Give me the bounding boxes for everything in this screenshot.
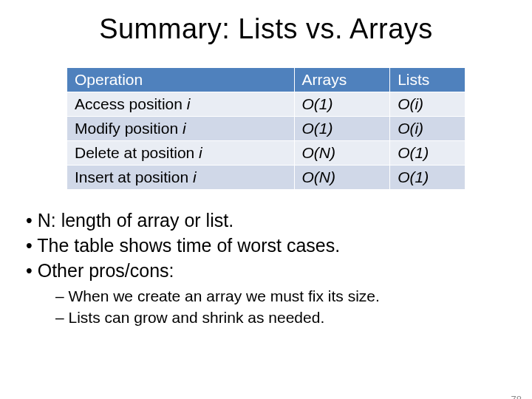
cell-arrays: O(1) [294, 92, 390, 117]
cell-lists: O(i) [390, 92, 466, 117]
cell-arrays: O(1) [294, 117, 390, 141]
col-arrays: Arrays [294, 68, 390, 92]
cell-lists: O(i) [390, 117, 466, 141]
slide: Summary: Lists vs. Arrays Operation Arra… [0, 13, 532, 399]
sub-bullet-item: When we create an array we must fix its … [55, 286, 532, 307]
cell-operation: Delete at position i [67, 141, 295, 166]
page-number: 78 [511, 394, 522, 399]
table-row: Insert at position i O(N) O(1) [67, 166, 466, 190]
table-row: Delete at position i O(N) O(1) [67, 141, 466, 166]
bullet-item: N: length of array or list. [26, 208, 532, 233]
cell-operation: Insert at position i [67, 166, 295, 190]
cell-lists: O(1) [390, 141, 466, 166]
comparison-table: Operation Arrays Lists Access position i… [66, 67, 466, 190]
cell-arrays: O(N) [294, 166, 390, 190]
bullet-item: The table shows time of worst cases. [26, 233, 532, 259]
cell-lists: O(1) [390, 166, 466, 190]
bullet-list: N: length of array or list. The table sh… [26, 208, 532, 328]
slide-title: Summary: Lists vs. Arrays [0, 13, 532, 45]
table-header-row: Operation Arrays Lists [67, 68, 466, 92]
cell-arrays: O(N) [294, 141, 390, 166]
cell-operation: Access position i [67, 92, 295, 117]
sub-bullet-list: When we create an array we must fix its … [55, 286, 532, 328]
col-operation: Operation [67, 68, 295, 92]
bullet-item: Other pros/cons: When we create an array… [26, 259, 532, 328]
cell-operation: Modify position i [67, 117, 295, 141]
col-lists: Lists [390, 68, 466, 92]
table-row: Modify position i O(1) O(i) [67, 117, 466, 141]
sub-bullet-item: Lists can grow and shrink as needed. [55, 307, 532, 328]
table-row: Access position i O(1) O(i) [67, 92, 466, 117]
